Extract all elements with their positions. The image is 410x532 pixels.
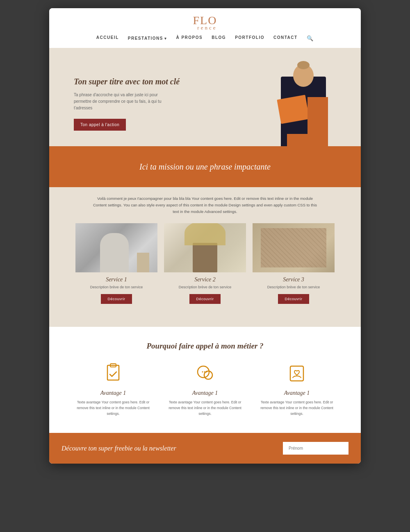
site-logo[interactable]: FLO rence: [193, 14, 217, 31]
hero-image-area: [246, 60, 336, 146]
advantage-card-1: Avantage 1 Texte avantage Your content g…: [72, 362, 154, 417]
service-btn-2[interactable]: Découvrir: [189, 294, 220, 304]
service-card-2: Service 2 Description brève de ton servi…: [164, 223, 246, 304]
services-grid: Service 1 Description brève de ton servi…: [61, 223, 348, 304]
nav-contact[interactable]: CONTACT: [273, 35, 298, 41]
hero-title: Ton super titre avec ton mot clé: [74, 76, 238, 87]
why-title: Pourquoi faire appel à mon métier ?: [61, 342, 348, 351]
services-section: Voilà comment je peux t'accompagner pour…: [49, 187, 361, 327]
mission-text: Ici ta mission ou une phrase impactante: [66, 161, 344, 172]
main-navigation: ACCUEIL PRESTATIONS À PROPOS BLOG PORTFO…: [49, 35, 361, 44]
advantage-icon-3: [285, 362, 308, 385]
advantage-icon-1: [102, 362, 125, 385]
browser-window: FLO rence ACCUEIL PRESTATIONS À PROPOS B…: [49, 8, 361, 464]
svg-point-2: [198, 366, 209, 378]
advantage-card-3: Avantage 1 Texte avantage Your content g…: [256, 362, 338, 417]
why-section: Pourquoi faire appel à mon métier ? Avan…: [49, 327, 361, 433]
service-image-3: [253, 223, 335, 272]
service-desc-3: Description brève de ton service: [253, 285, 335, 289]
svg-point-6: [206, 371, 207, 373]
heart-hands-icon: [286, 363, 308, 384]
freebie-banner: Découvre ton super freebie ou la newslet…: [49, 433, 361, 464]
service-desc-2: Description brève de ton service: [164, 285, 246, 289]
advantage-name-3: Avantage 1: [256, 390, 338, 396]
advantage-icon-2: [194, 362, 216, 385]
svg-point-5: [204, 371, 205, 373]
service-card-1: Service 1 Description brève de ton servi…: [75, 223, 157, 304]
service-card-3: Service 3 Description brève de ton servi…: [253, 223, 335, 304]
freebie-prenom-input[interactable]: [283, 442, 348, 455]
svg-rect-0: [107, 365, 119, 380]
orange-accent-horizontal: [287, 134, 328, 146]
nav-prestations[interactable]: PRESTATIONS: [128, 35, 167, 41]
service-name-1: Service 1: [75, 276, 157, 283]
freebie-text: Découvre ton super freebie ou la newslet…: [61, 445, 276, 452]
mission-banner: Ici ta mission ou une phrase impactante: [49, 146, 361, 187]
service-desc-1: Description brève de ton service: [75, 285, 157, 289]
services-intro-text: Voilà comment je peux t'accompagner pour…: [90, 195, 320, 215]
advantage-desc-3: Texte avantage Your content goes here. E…: [256, 400, 338, 417]
advantage-name-1: Avantage 1: [72, 390, 154, 396]
advantages-grid: Avantage 1 Texte avantage Your content g…: [61, 362, 348, 417]
svg-point-4: [202, 371, 203, 373]
advantage-desc-1: Texte avantage Your content goes here. E…: [72, 400, 154, 417]
advantage-name-2: Avantage 1: [164, 390, 246, 396]
service-name-2: Service 2: [164, 276, 246, 283]
hero-text-area: Ton super titre avec ton mot clé Ta phra…: [74, 76, 246, 131]
service-btn-1[interactable]: Découvrir: [101, 294, 132, 304]
search-icon[interactable]: 🔍: [307, 35, 314, 41]
site-header: FLO rence ACCUEIL PRESTATIONS À PROPOS B…: [49, 8, 361, 48]
nav-blog[interactable]: BLOG: [212, 35, 226, 41]
service-btn-3[interactable]: Découvrir: [278, 294, 309, 304]
service-name-3: Service 3: [253, 276, 335, 283]
service-image-1: [75, 223, 157, 272]
nav-accueil[interactable]: ACCUEIL: [96, 35, 119, 41]
chat-bubbles-icon: [194, 363, 216, 384]
hero-subtitle: Ta phrase d'accroche qui va aller juste …: [74, 92, 164, 111]
service-image-2: [164, 223, 246, 272]
nav-portfolio[interactable]: PORTFOLIO: [235, 35, 264, 41]
clipboard-check-icon: [102, 363, 124, 384]
advantage-card-2: Avantage 1 Texte avantage Your content g…: [164, 362, 246, 417]
hero-section: Ton super titre avec ton mot clé Ta phra…: [49, 48, 361, 146]
advantage-desc-2: Texte avantage Your content goes here. E…: [164, 400, 246, 417]
hero-cta-button[interactable]: Ton appel à l'action: [74, 119, 126, 131]
nav-a-propos[interactable]: À PROPOS: [176, 35, 203, 41]
svg-rect-7: [290, 366, 303, 381]
